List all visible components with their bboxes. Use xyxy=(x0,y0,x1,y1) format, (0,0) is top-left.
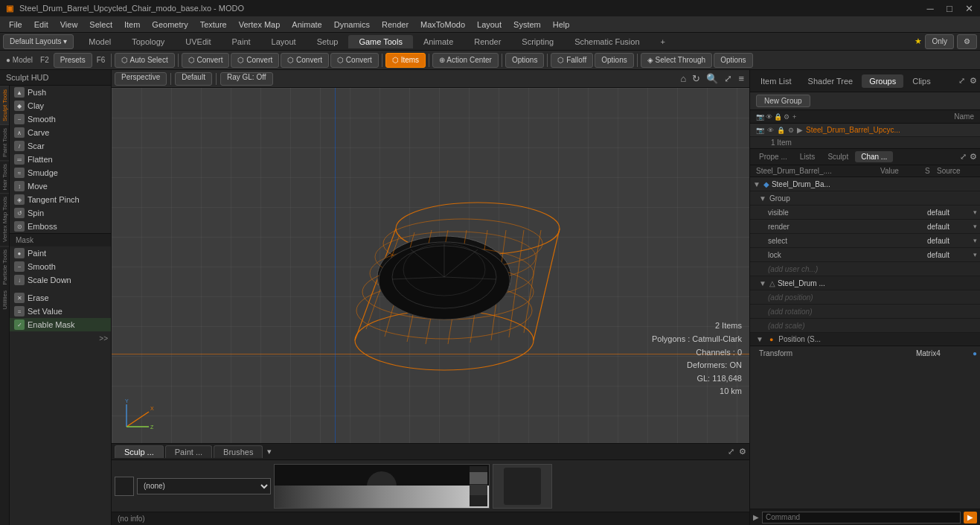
tab-add[interactable]: + xyxy=(650,35,676,48)
convert-button-4[interactable]: ⬡ Convert xyxy=(330,53,379,68)
tool-emboss[interactable]: ⊙ Emboss xyxy=(10,220,111,233)
convert-button-1[interactable]: ⬡ Convert xyxy=(182,53,230,68)
options-button-2[interactable]: Options xyxy=(595,53,633,68)
perspective-button[interactable]: Perspective xyxy=(115,72,167,86)
group-item-row[interactable]: 📷 👁 🔒 ⚙ ▶ Steel_Drum_Barrel_Upcyc... xyxy=(750,124,980,137)
tab-paint[interactable]: Paint xyxy=(222,35,261,48)
auto-select-button[interactable]: ⬡ Auto Select xyxy=(115,53,174,68)
command-input[interactable] xyxy=(762,512,961,524)
menu-maxtomodo[interactable]: MaxToModo xyxy=(414,19,471,31)
menu-layout[interactable]: Layout xyxy=(471,19,507,31)
convert-button-3[interactable]: ⬡ Convert xyxy=(281,53,329,68)
default-shading-button[interactable]: Default xyxy=(175,72,212,86)
minimize-button[interactable]: ─ xyxy=(925,3,935,13)
vp-home-icon[interactable]: ⌂ xyxy=(681,73,687,84)
menu-render[interactable]: Render xyxy=(376,19,414,31)
color-swatch[interactable] xyxy=(115,477,134,496)
tool-spin[interactable]: ↺ Spin xyxy=(10,206,111,220)
tool-clay[interactable]: ◆ Clay xyxy=(10,99,111,112)
right-panel-settings-icon[interactable]: ⚙ xyxy=(970,76,977,86)
tool-flatten[interactable]: ═ Flatten xyxy=(10,153,111,166)
expand-button[interactable]: >> xyxy=(99,334,108,343)
close-button[interactable]: ✕ xyxy=(964,3,974,13)
maximize-button[interactable]: □ xyxy=(944,3,955,13)
tool-scar[interactable]: / Scar xyxy=(10,139,111,153)
menu-texture[interactable]: Texture xyxy=(194,19,233,31)
lock-dropdown[interactable]: ▾ xyxy=(973,251,977,258)
tool-erase[interactable]: ✕ Erase xyxy=(10,291,111,305)
menu-geometry[interactable]: Geometry xyxy=(146,19,193,31)
menu-vertex-map[interactable]: Vertex Map xyxy=(233,19,286,31)
tool-mask-paint[interactable]: ● Paint xyxy=(10,246,111,260)
expand-arrow[interactable]: ▶ xyxy=(797,126,803,134)
only-button[interactable]: Only xyxy=(925,34,954,49)
ch-expand-icon[interactable]: ⤢ xyxy=(960,152,967,162)
ch-tab-prope[interactable]: Prope ... xyxy=(753,151,793,162)
tab-clips[interactable]: Clips xyxy=(905,74,938,88)
menu-view[interactable]: View xyxy=(54,19,84,31)
settings-viewport-icon[interactable]: ⚙ xyxy=(739,447,746,456)
menu-select[interactable]: Select xyxy=(83,19,118,31)
tool-mask-smooth[interactable]: ~ Smooth xyxy=(10,260,111,273)
tool-set-value[interactable]: = Set Value xyxy=(10,305,111,318)
tab-scripting[interactable]: Scripting xyxy=(511,35,564,48)
ch-settings-icon[interactable]: ⚙ xyxy=(970,152,977,162)
tab-groups[interactable]: Groups xyxy=(862,74,903,88)
menu-system[interactable]: System xyxy=(507,19,547,31)
menu-dynamics[interactable]: Dynamics xyxy=(328,19,376,31)
tab-sculpt-bottom[interactable]: Sculp ... xyxy=(115,445,164,458)
tab-layout[interactable]: Layout xyxy=(261,35,307,48)
right-panel-expand-icon[interactable]: ⤢ xyxy=(958,76,965,86)
ch-arrow-group[interactable]: ▼ xyxy=(759,194,766,203)
ch-arrow-2[interactable]: ▼ xyxy=(759,279,766,287)
action-center-button[interactable]: ⊕ Action Center xyxy=(432,53,499,68)
new-group-button[interactable]: New Group xyxy=(756,95,810,107)
expand-viewport-icon[interactable]: ⤢ xyxy=(728,447,734,456)
tab-dropdown-icon[interactable]: ▾ xyxy=(267,447,272,456)
ch-arrow-1[interactable]: ▼ xyxy=(753,180,760,188)
ch-tab-sculpt[interactable]: Sculpt xyxy=(822,151,854,162)
menu-edit[interactable]: Edit xyxy=(28,19,54,31)
items-button[interactable]: ⬡ Items xyxy=(385,53,426,68)
tool-move[interactable]: ↕ Move xyxy=(10,179,111,193)
tab-game-tools[interactable]: Game Tools xyxy=(348,35,413,48)
tab-shader-tree[interactable]: Shader Tree xyxy=(801,74,861,88)
tab-setup[interactable]: Setup xyxy=(307,35,349,48)
presets-button[interactable]: Presets xyxy=(54,53,92,68)
tab-model[interactable]: Model xyxy=(78,35,121,48)
vtab-sculpt-tools[interactable]: Sculpt Tools xyxy=(0,86,9,124)
tab-uvedit[interactable]: UVEdit xyxy=(175,35,221,48)
options-button-3[interactable]: Options xyxy=(714,53,752,68)
select-through-button[interactable]: ◈ Select Through xyxy=(641,53,712,68)
command-run-button[interactable]: ▶ xyxy=(964,512,977,524)
vtab-hair-tools[interactable]: Hair Tools xyxy=(0,160,9,193)
convert-button-2[interactable]: ⬡ Convert xyxy=(231,53,279,68)
vtab-utilities[interactable]: Utilities xyxy=(0,287,9,313)
ch-arrow-pos[interactable]: ▼ xyxy=(756,335,763,343)
tab-paint-bottom[interactable]: Paint ... xyxy=(165,445,212,458)
menu-help[interactable]: Help xyxy=(547,19,576,31)
tool-scale-down[interactable]: ↓ Scale Down xyxy=(10,273,111,287)
options-button-1[interactable]: Options xyxy=(505,53,544,68)
tab-schematic-fusion[interactable]: Schematic Fusion xyxy=(564,35,650,48)
tool-push[interactable]: ▲ Push xyxy=(10,86,111,99)
vtab-vertex-map-tools[interactable]: Vertex Map Tools xyxy=(0,193,9,245)
settings-button[interactable]: ⚙ xyxy=(957,34,977,49)
tool-enable-mask[interactable]: ✓ Enable Mask xyxy=(10,318,111,331)
menu-file[interactable]: File xyxy=(3,19,28,31)
default-layouts-dropdown[interactable]: Default Layouts ▾ xyxy=(3,34,74,49)
ch-tab-lists[interactable]: Lists xyxy=(794,151,822,162)
vp-expand-icon[interactable]: ⤢ xyxy=(724,73,732,84)
tab-render[interactable]: Render xyxy=(464,35,511,48)
menu-animate[interactable]: Animate xyxy=(286,19,327,31)
vtab-paint-tools[interactable]: Paint Tools xyxy=(0,124,9,160)
falloff-button[interactable]: ⬡ Falloff xyxy=(551,53,593,68)
tab-item-list[interactable]: Item List xyxy=(753,74,799,88)
tool-smooth[interactable]: ~ Smooth xyxy=(10,112,111,126)
menu-item[interactable]: Item xyxy=(118,19,146,31)
tab-brushes-bottom[interactable]: Brushes xyxy=(214,445,263,458)
tool-tangent-pinch[interactable]: ◈ Tangent Pinch xyxy=(10,193,111,206)
ch-tab-chan[interactable]: Chan ... xyxy=(855,151,893,162)
material-select[interactable]: (none) xyxy=(137,478,271,494)
vp-menu-icon[interactable]: ≡ xyxy=(738,73,744,84)
